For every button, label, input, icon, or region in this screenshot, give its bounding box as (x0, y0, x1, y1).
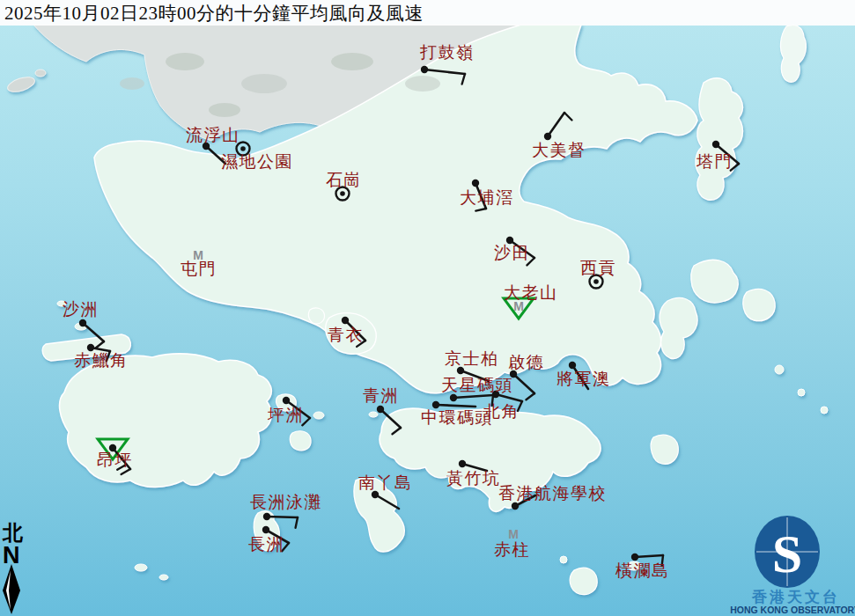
po-toi-island (570, 568, 597, 594)
port-shelter-islet-2 (798, 389, 805, 396)
station-dot (457, 367, 464, 374)
station-label-waglan-island: 橫瀾島 (615, 561, 670, 580)
station-label-chek-lap-kok: 赤鱲角 (74, 351, 129, 370)
station-label-star-ferry: 天星碼頭 (441, 376, 513, 394)
station-dot (472, 180, 479, 187)
wind-shaft (267, 517, 298, 517)
station-label-kings-park: 京士柏 (445, 349, 499, 368)
station-dot (544, 133, 551, 140)
station-dot (421, 66, 428, 73)
tung-lung-chau (651, 435, 678, 464)
station-label-ngong-ping: 昂坪 (97, 451, 133, 469)
station-dot (459, 460, 466, 467)
station-dot (377, 406, 384, 413)
soko-islet-2 (159, 575, 168, 580)
station-label-stanley: 赤柱 (494, 540, 530, 559)
station-dot (432, 401, 439, 408)
station-label-sha-tin: 沙田 (494, 244, 530, 262)
station-label-central-pier: 中環碼頭 (421, 408, 493, 427)
beaufort-islet (560, 556, 567, 563)
ma-wan-island (308, 308, 324, 324)
station-dot (283, 397, 290, 404)
map-title: 2025年10月02日23時00分的十分鐘平均風向及風速 (4, 3, 424, 24)
soko-islet-1 (135, 564, 147, 571)
hko-logo-name-zh: 香港天文台 (751, 589, 840, 605)
kau-yi-chau-islet (313, 412, 324, 419)
station-dot (506, 237, 513, 244)
compass-label-n: N (3, 542, 20, 568)
port-shelter-islet-3 (821, 407, 828, 414)
missing-data-m-icon: M (508, 527, 519, 541)
station-dot (263, 513, 270, 520)
compass-label-zh: 北 (2, 521, 23, 544)
station-stanley[interactable]: M (508, 527, 519, 541)
deep-bay-islet (35, 70, 46, 77)
station-dot (631, 554, 638, 561)
station-label-tuen-mun: 屯門 (181, 260, 217, 278)
station-dot (712, 141, 719, 148)
port-shelter-islet-1 (775, 365, 784, 374)
map-canvas: MMM 打鼓嶺流浮山濕地公園石崗大美督塔門大埔滘沙田西貢大老山屯門沙洲赤鱲角青衣… (0, 0, 855, 616)
station-dot (372, 491, 379, 498)
station-label-lamma-island: 南丫島 (358, 473, 413, 492)
station-dot (342, 317, 349, 324)
station-dot (87, 344, 94, 351)
hko-logo-name-en: HONG KONG OBSERVATORY (730, 605, 855, 615)
station-dot (79, 319, 86, 326)
calm-inner-dot-icon (340, 191, 345, 196)
sai-kung-island-b (743, 289, 775, 320)
station-label-green-island: 青洲 (363, 386, 399, 405)
station-label-tai-mei-tuk: 大美督 (532, 141, 586, 159)
station-label-tseung-kwan-o: 將軍澳 (556, 370, 611, 388)
calm-inner-dot-icon (240, 146, 246, 151)
station-label-ta-kwu-ling: 打鼓嶺 (419, 43, 475, 62)
station-label-sai-kung: 西貢 (580, 259, 616, 277)
station-label-kai-tak: 啟德 (508, 353, 544, 371)
station-dot (450, 394, 457, 401)
station-label-tates-cairn: 大老山 (504, 283, 558, 302)
calm-inner-dot-icon (593, 279, 599, 284)
station-label-wong-chuk-hang: 黃竹坑 (446, 469, 501, 488)
hei-ling-chau (290, 431, 311, 451)
station-dot (569, 362, 576, 369)
station-dot (262, 526, 269, 533)
station-label-cheung-chau-beach: 長洲泳灘 (250, 493, 322, 511)
hko-wind-map: MMM 打鼓嶺流浮山濕地公園石崗大美督塔門大埔滘沙田西貢大老山屯門沙洲赤鱲角青衣… (0, 0, 855, 616)
station-label-shek-kong: 石崗 (326, 171, 362, 189)
station-label-lau-fau-shan: 流浮山 (186, 126, 240, 144)
station-dot (512, 502, 519, 510)
station-label-tsing-yi: 青衣 (328, 326, 364, 344)
station-label-peng-chau: 坪洲 (267, 406, 304, 424)
station-label-wetland-park: 濕地公園 (221, 152, 293, 171)
station-label-cheung-chau: 長洲 (248, 535, 284, 554)
station-label-hk-sea-school: 香港航海學校 (498, 484, 607, 502)
hko-logo-monogram: S (772, 524, 802, 583)
station-label-tap-mun: 塔門 (696, 152, 733, 171)
station-label-sha-chau: 沙洲 (63, 300, 99, 319)
green-island-islet (369, 412, 378, 417)
station-label-tai-po-kau: 大埔滘 (460, 188, 514, 207)
